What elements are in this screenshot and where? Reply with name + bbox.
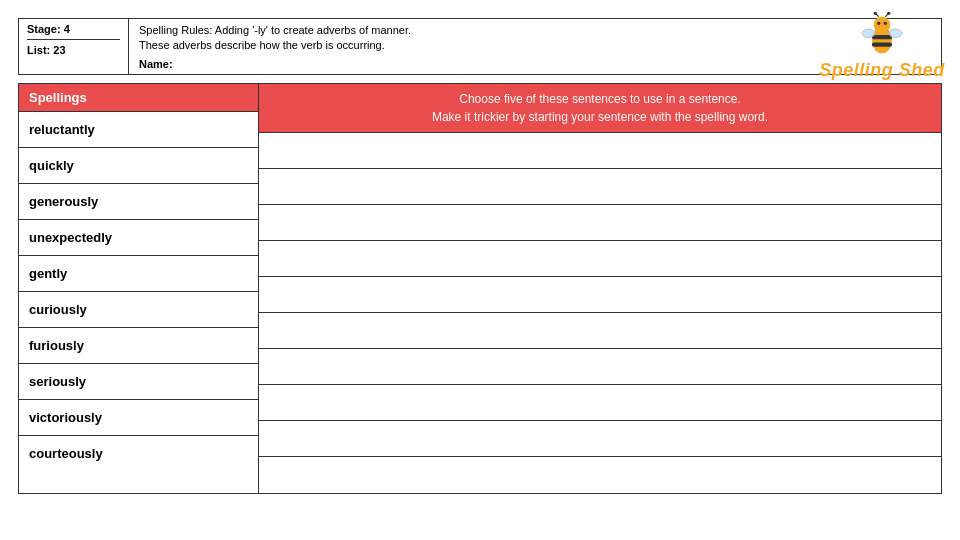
sentence-row[interactable] xyxy=(259,241,941,277)
spelling-row: gently xyxy=(19,256,258,292)
stage-label: Stage: 4 xyxy=(27,23,120,40)
sentences-column: Choose five of these sentences to use in… xyxy=(258,83,942,494)
spelling-shed-brand: Spelling Shed xyxy=(819,60,945,81)
sentence-row[interactable] xyxy=(259,205,941,241)
spelling-row: victoriously xyxy=(19,400,258,436)
svg-point-10 xyxy=(862,29,875,37)
svg-point-9 xyxy=(887,12,890,15)
sentence-row[interactable] xyxy=(259,133,941,169)
spelling-row: generously xyxy=(19,184,258,220)
name-line: Name: xyxy=(139,58,931,70)
sentence-row[interactable] xyxy=(259,457,941,493)
rule-text: Spelling Rules: Adding '-ly' to create a… xyxy=(139,23,931,54)
logo-area: Spelling Shed xyxy=(822,10,942,81)
sentence-row[interactable] xyxy=(259,277,941,313)
svg-rect-2 xyxy=(872,43,892,47)
svg-point-5 xyxy=(884,22,887,25)
spellings-header: Spellings xyxy=(19,84,258,112)
svg-point-7 xyxy=(874,12,877,15)
sentence-rows xyxy=(259,133,941,493)
header-info: Stage: 4 List: 23 Spelling Rules: Adding… xyxy=(18,18,942,75)
sentence-row[interactable] xyxy=(259,169,941,205)
sentence-row[interactable] xyxy=(259,313,941,349)
svg-point-3 xyxy=(874,17,891,34)
spelling-row: unexpectedly xyxy=(19,220,258,256)
spelling-row: furiously xyxy=(19,328,258,364)
spelling-row: courteously xyxy=(19,436,258,472)
main-content: Spellings reluctantlyquicklygenerouslyun… xyxy=(18,83,942,494)
header-stage-list: Stage: 4 List: 23 xyxy=(19,19,129,74)
svg-point-11 xyxy=(889,29,902,37)
sentence-row[interactable] xyxy=(259,349,941,385)
spelling-row: seriously xyxy=(19,364,258,400)
spelling-row: quickly xyxy=(19,148,258,184)
spelling-row: curiously xyxy=(19,292,258,328)
list-label: List: 23 xyxy=(27,44,120,56)
svg-point-4 xyxy=(877,22,880,25)
spellings-column: Spellings reluctantlyquicklygenerouslyun… xyxy=(18,83,258,494)
bee-icon xyxy=(857,10,907,60)
svg-rect-1 xyxy=(872,35,892,39)
sentence-row[interactable] xyxy=(259,421,941,457)
sentence-row[interactable] xyxy=(259,385,941,421)
instruction-header: Choose five of these sentences to use in… xyxy=(259,84,941,133)
spelling-row: reluctantly xyxy=(19,112,258,148)
spelling-rows: reluctantlyquicklygenerouslyunexpectedly… xyxy=(19,112,258,472)
